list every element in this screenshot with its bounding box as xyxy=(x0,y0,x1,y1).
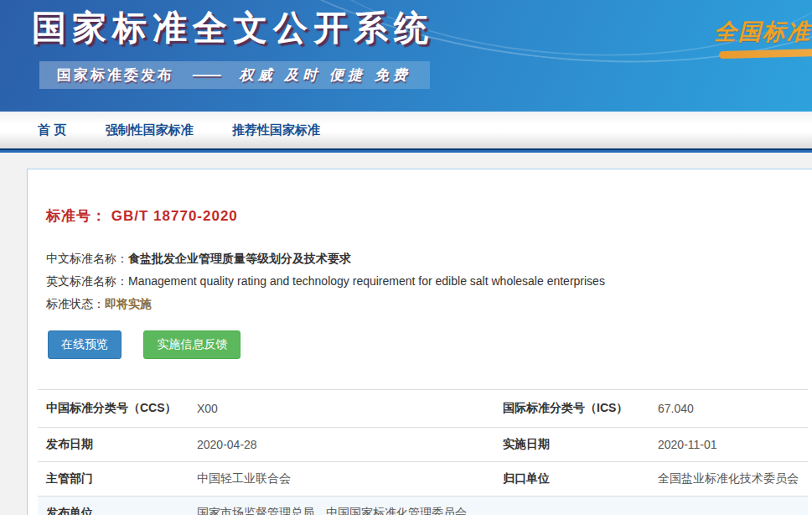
partner-brand: 全国标准信息 xyxy=(714,17,812,47)
subtitle-banner: 国家标准委发布 —— 权威 及时 便捷 免费 xyxy=(39,61,430,89)
page-body: 标准号： GB/T 18770-2020 中文标准名称：食盐批发企业管理质量等级… xyxy=(0,169,812,515)
partner-brand-text: 全国标准信息 xyxy=(714,17,812,47)
row-value-centralized-unit: 全国盐业标准化技术委员会 xyxy=(658,471,808,486)
field-chinese-name: 中文标准名称：食盐批发企业管理质量等级划分及技术要求 xyxy=(46,247,812,270)
subtitle-slogan: 权威 及时 便捷 免费 xyxy=(239,67,411,83)
standard-detail-card: 标准号： GB/T 18770-2020 中文标准名称：食盐批发企业管理质量等级… xyxy=(27,169,812,515)
table-row: 发布日期 2020-04-28 实施日期 2020-11-01 xyxy=(38,427,808,461)
action-buttons: 在线预览 实施信息反馈 xyxy=(28,315,812,359)
nav-bottom-border xyxy=(0,148,812,153)
row-label-publish-unit: 发布单位 xyxy=(46,506,197,515)
row-value-implement-date: 2020-11-01 xyxy=(658,438,808,451)
table-row: 中国标准分类号（CCS） X00 国际标准分类号（ICS） 67.040 xyxy=(38,389,808,427)
field-standard-status: 标准状态：即将实施 xyxy=(46,293,812,315)
row-value-authority: 中国轻工业联合会 xyxy=(197,471,503,486)
field-value: 食盐批发企业管理质量等级划分及技术要求 xyxy=(128,252,351,265)
status-badge: 即将实施 xyxy=(105,297,152,310)
field-label: 英文标准名称： xyxy=(46,274,128,288)
standard-number-label: 标准号： xyxy=(46,208,106,224)
standard-meta-table: 中国标准分类号（CCS） X00 国际标准分类号（ICS） 67.040 发布日… xyxy=(38,389,808,515)
subtitle-dash: —— xyxy=(193,67,221,83)
row-value-ccs: X00 xyxy=(197,402,503,415)
nav-item-home[interactable]: 首 页 xyxy=(38,112,66,148)
row-value-publish-date: 2020-04-28 xyxy=(197,438,503,451)
row-label-authority: 主管部门 xyxy=(46,471,197,486)
standard-number-heading: 标准号： GB/T 18770-2020 xyxy=(28,169,812,226)
implementation-feedback-button[interactable]: 实施信息反馈 xyxy=(143,330,240,359)
table-row: 主管部门 中国轻工业联合会 归口单位 全国盐业标准化技术委员会 xyxy=(38,461,808,496)
online-preview-button[interactable]: 在线预览 xyxy=(48,330,122,359)
table-row: 发布单位 国家市场监督管理总局、中国国家标准化管理委员会 xyxy=(38,496,808,515)
row-label-implement-date: 实施日期 xyxy=(503,437,658,452)
row-label-centralized-unit: 归口单位 xyxy=(503,471,658,486)
field-label: 标准状态： xyxy=(46,297,105,310)
field-value: Management quality rating and technology… xyxy=(128,274,605,288)
site-header: 国家标准全文公开系统 全国标准信息 国家标准委发布 —— 权威 及时 便捷 免费 xyxy=(0,0,812,112)
field-label: 中文标准名称： xyxy=(46,252,128,265)
row-label-publish-date: 发布日期 xyxy=(46,437,197,452)
nav-item-mandatory-standards[interactable]: 强制性国家标准 xyxy=(106,112,194,148)
field-english-name: 英文标准名称：Management quality rating and tec… xyxy=(46,270,812,293)
row-label-ccs: 中国标准分类号（CCS） xyxy=(46,401,197,416)
row-value-publish-unit: 国家市场监督管理总局、中国国家标准化管理委员会 xyxy=(197,506,503,515)
subtitle-publisher: 国家标准委发布 xyxy=(57,67,174,83)
standard-info-fields: 中文标准名称：食盐批发企业管理质量等级划分及技术要求 英文标准名称：Manage… xyxy=(28,226,812,315)
row-value-ics: 67.040 xyxy=(658,402,808,415)
nav-item-recommended-standards[interactable]: 推荐性国家标准 xyxy=(232,112,320,148)
main-nav: 首 页 强制性国家标准 推荐性国家标准 xyxy=(0,112,812,148)
standard-number-value: GB/T 18770-2020 xyxy=(111,208,238,224)
row-label-ics: 国际标准分类号（ICS） xyxy=(503,401,658,416)
site-title: 国家标准全文公开系统 xyxy=(32,5,434,51)
